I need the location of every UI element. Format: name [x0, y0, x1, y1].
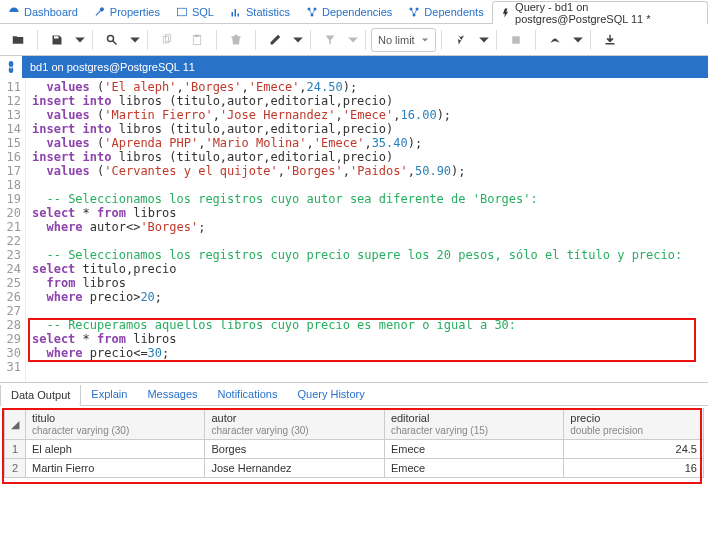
- svg-point-7: [108, 35, 114, 41]
- limit-label: No limit: [378, 34, 415, 46]
- table-row[interactable]: 2Martin FierroJose HernandezEmece16: [5, 459, 704, 478]
- column-header-titulo[interactable]: titulocharacter varying (30): [26, 409, 205, 440]
- table-row[interactable]: 1El alephBorgesEmece24.5: [5, 440, 704, 459]
- cell[interactable]: 16: [564, 459, 704, 478]
- cell[interactable]: Jose Hernandez: [205, 459, 384, 478]
- paste-button[interactable]: [183, 27, 211, 53]
- separator: [535, 30, 536, 50]
- limit-select[interactable]: No limit: [371, 28, 436, 52]
- separator: [255, 30, 256, 50]
- delete-button[interactable]: [222, 27, 250, 53]
- cell[interactable]: Emece: [384, 440, 563, 459]
- separator: [147, 30, 148, 50]
- separator: [590, 30, 591, 50]
- line-gutter: 1112131415161718192021222324252627282930…: [0, 78, 26, 382]
- output-tab-explain[interactable]: Explain: [81, 384, 137, 404]
- row-header-corner[interactable]: ◢: [5, 409, 26, 440]
- separator: [216, 30, 217, 50]
- code-area[interactable]: values ('El aleph','Borges','Emece',24.5…: [26, 78, 708, 382]
- save-dropdown[interactable]: [73, 27, 87, 53]
- tab-sql[interactable]: SQL: [168, 0, 222, 23]
- tab-properties[interactable]: Properties: [86, 0, 168, 23]
- copy-button[interactable]: [153, 27, 181, 53]
- toolbar: No limit: [0, 24, 708, 56]
- output-tab-query-history[interactable]: Query History: [287, 384, 374, 404]
- data-output-panel: ◢titulocharacter varying (30)autorcharac…: [0, 406, 708, 480]
- column-header-editorial[interactable]: editorialcharacter varying (15): [384, 409, 563, 440]
- connection-text: bd1 on postgres@PostgreSQL 11: [22, 61, 195, 73]
- output-tab-messages[interactable]: Messages: [137, 384, 207, 404]
- execute-button[interactable]: [447, 27, 475, 53]
- top-tabs: DashboardPropertiesSQLStatisticsDependen…: [0, 0, 708, 24]
- open-button[interactable]: [4, 27, 32, 53]
- explain-dropdown[interactable]: [571, 27, 585, 53]
- filter-button[interactable]: [316, 27, 344, 53]
- separator: [92, 30, 93, 50]
- explain-button[interactable]: [541, 27, 569, 53]
- connection-bar: bd1 on postgres@PostgreSQL 11: [0, 56, 708, 78]
- svg-rect-11: [195, 34, 200, 36]
- cell[interactable]: 24.5: [564, 440, 704, 459]
- separator: [441, 30, 442, 50]
- stop-button[interactable]: [502, 27, 530, 53]
- tab-query[interactable]: Query - bd1 on postgres@PostgreSQL 11 *: [492, 1, 708, 24]
- svg-rect-0: [177, 8, 186, 16]
- separator: [496, 30, 497, 50]
- execute-dropdown[interactable]: [477, 27, 491, 53]
- connection-icon: [0, 56, 22, 78]
- column-header-autor[interactable]: autorcharacter varying (30): [205, 409, 384, 440]
- output-tab-data-output[interactable]: Data Output: [0, 385, 81, 406]
- separator: [365, 30, 366, 50]
- tab-dependents[interactable]: Dependents: [400, 0, 491, 23]
- tab-dashboard[interactable]: Dashboard: [0, 0, 86, 23]
- separator: [37, 30, 38, 50]
- sql-editor[interactable]: 1112131415161718192021222324252627282930…: [0, 78, 708, 382]
- edit-button[interactable]: [261, 27, 289, 53]
- output-tab-notifications[interactable]: Notifications: [208, 384, 288, 404]
- edit-dropdown[interactable]: [291, 27, 305, 53]
- tab-dependencies[interactable]: Dependencies: [298, 0, 400, 23]
- cell[interactable]: El aleph: [26, 440, 205, 459]
- output-tabs: Data OutputExplainMessagesNotificationsQ…: [0, 382, 708, 406]
- find-button[interactable]: [98, 27, 126, 53]
- download-button[interactable]: [596, 27, 624, 53]
- separator: [310, 30, 311, 50]
- tab-statistics[interactable]: Statistics: [222, 0, 298, 23]
- find-dropdown[interactable]: [128, 27, 142, 53]
- cell[interactable]: Borges: [205, 440, 384, 459]
- cell[interactable]: Emece: [384, 459, 563, 478]
- results-grid[interactable]: ◢titulocharacter varying (30)autorcharac…: [4, 408, 704, 478]
- filter-dropdown[interactable]: [346, 27, 360, 53]
- svg-rect-12: [512, 36, 520, 44]
- save-button[interactable]: [43, 27, 71, 53]
- cell[interactable]: Martin Fierro: [26, 459, 205, 478]
- column-header-precio[interactable]: preciodouble precision: [564, 409, 704, 440]
